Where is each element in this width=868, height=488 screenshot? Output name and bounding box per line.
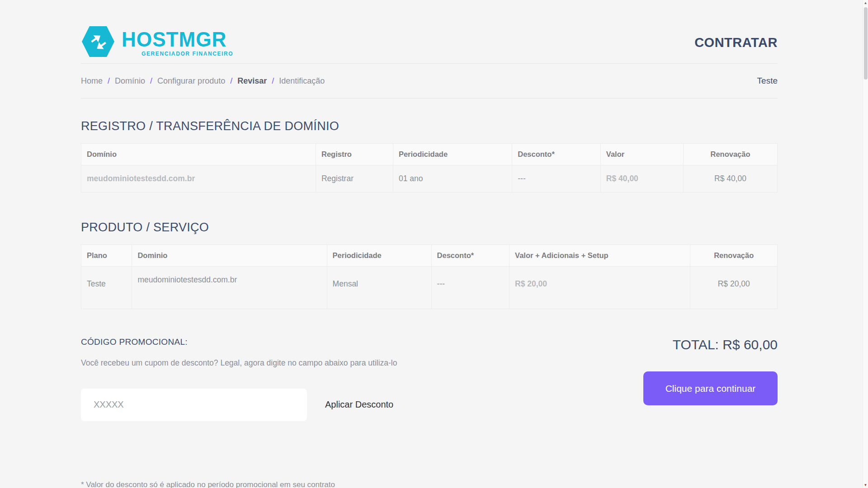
promo-section: CÓDIGO PROMOCIONAL: Você recebeu um cupo… (81, 337, 533, 421)
cell-valor: R$ 20,00 (509, 267, 690, 309)
page-container: HOSTMGR GERENCIADOR FINANCEIRO CONTRATAR… (81, 0, 778, 421)
client-name: Teste (757, 76, 778, 86)
promo-code-input[interactable] (81, 389, 307, 421)
product-table: Plano Dominio Periodicidade Desconto* Va… (81, 244, 778, 309)
discount-footnote: * Valor do desconto só é aplicado no per… (81, 480, 335, 488)
product-table-row: Teste meudominiotestesdd.com.br Mensal -… (81, 267, 778, 309)
total-amount: TOTAL: R$ 60,00 (673, 337, 778, 352)
cell-plano: Teste (81, 267, 132, 309)
promo-input-row: Aplicar Desconto (81, 389, 533, 421)
column-header-desconto: Desconto* (512, 144, 601, 165)
column-header-valor: Valor (600, 144, 683, 165)
breadcrumb-separator: / (108, 76, 110, 86)
product-section-title: PRODUTO / SERVIÇO (81, 221, 778, 235)
domain-section-title: REGISTRO / TRANSFERÊNCIA DE DOMÍNIO (81, 119, 778, 133)
contratar-title: CONTRATAR (694, 35, 778, 50)
vertical-scrollbar[interactable]: ▲ ▼ (863, 0, 868, 488)
brand-name: HOSTMGR (122, 28, 226, 50)
column-header-renovacao: Renovação (690, 245, 778, 267)
apply-discount-button[interactable]: Aplicar Desconto (325, 399, 393, 410)
column-header-periodicidade: Periodicidade (327, 245, 431, 267)
column-header-dominio: Dominio (132, 245, 327, 267)
breadcrumb-separator: / (230, 76, 232, 86)
product-table-header-row: Plano Dominio Periodicidade Desconto* Va… (81, 245, 778, 267)
brand-tagline: GERENCIADOR FINANCEIRO (122, 51, 233, 57)
scrollbar-thumb[interactable] (864, 7, 868, 80)
cell-domain-name: meudominiotestesdd.com.br (81, 165, 316, 192)
column-header-plano: Plano (81, 245, 132, 267)
cell-desconto: --- (431, 267, 509, 309)
continue-button[interactable]: Clique para continuar (643, 371, 778, 405)
cell-valor: R$ 40,00 (600, 165, 683, 192)
breadcrumb-row: Home / Domínio / Configurar produto / Re… (81, 64, 778, 98)
column-header-registro: Registro (316, 144, 393, 165)
breadcrumb: Home / Domínio / Configurar produto / Re… (81, 76, 325, 86)
divider-breadcrumb (81, 98, 778, 99)
cell-renovacao: R$ 40,00 (684, 165, 778, 192)
promo-title: CÓDIGO PROMOCIONAL: (81, 337, 533, 347)
cell-periodicidade: Mensal (327, 267, 431, 309)
brand-logo[interactable]: HOSTMGR GERENCIADOR FINANCEIRO (81, 23, 233, 62)
summary-section: TOTAL: R$ 60,00 Clique para continuar (628, 337, 778, 421)
cell-desconto: --- (512, 165, 601, 192)
column-header-periodicidade: Periodicidade (393, 144, 512, 165)
breadcrumb-item-dominio[interactable]: Domínio (115, 76, 145, 86)
scrollbar-up-icon[interactable]: ▲ (863, 1, 868, 5)
breadcrumb-separator: / (272, 76, 274, 86)
scrollbar-down-icon[interactable]: ▼ (863, 483, 868, 487)
cell-periodicidade: 01 ano (393, 165, 512, 192)
column-header-dominio: Domínio (81, 144, 316, 165)
bottom-section: CÓDIGO PROMOCIONAL: Você recebeu um cupo… (81, 337, 778, 421)
breadcrumb-item-home[interactable]: Home (81, 76, 103, 86)
cell-domain-name: meudominiotestesdd.com.br (132, 267, 327, 309)
promo-description: Você recebeu um cupom de desconto? Legal… (81, 356, 415, 371)
column-header-renovacao: Renovação (684, 144, 778, 165)
domain-table-header-row: Domínio Registro Periodicidade Desconto*… (81, 144, 778, 165)
top-bar: HOSTMGR GERENCIADOR FINANCEIRO CONTRATAR (81, 0, 778, 63)
cell-renovacao: R$ 20,00 (690, 267, 778, 309)
column-header-desconto: Desconto* (431, 245, 509, 267)
column-header-valor-adicionais-setup: Valor + Adicionais + Setup (509, 245, 690, 267)
hexagon-swap-arrows-icon (81, 23, 115, 62)
breadcrumb-item-identificacao: Identificação (279, 76, 325, 86)
domain-table-row: meudominiotestesdd.com.br Registrar 01 a… (81, 165, 778, 192)
domain-table: Domínio Registro Periodicidade Desconto*… (81, 143, 778, 192)
breadcrumb-item-revisar: Revisar (237, 76, 267, 86)
breadcrumb-separator: / (150, 76, 152, 86)
brand-text: HOSTMGR GERENCIADOR FINANCEIRO (122, 28, 233, 57)
cell-registro: Registrar (316, 165, 393, 192)
breadcrumb-item-configurar-produto[interactable]: Configurar produto (157, 76, 225, 86)
